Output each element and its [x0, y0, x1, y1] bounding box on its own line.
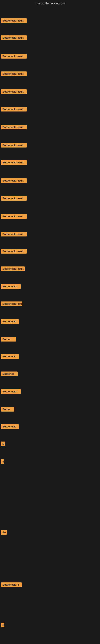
bottleneck-badge[interactable]: Bottleneck result [1, 107, 27, 112]
bottleneck-badge[interactable]: Bottlenec [1, 372, 18, 376]
result-row: Bottleneck result [1, 89, 27, 95]
bottleneck-badge[interactable]: Bottleneck result [1, 143, 27, 148]
result-row: Bottleneck [1, 424, 19, 430]
bottleneck-badge[interactable]: Bottleneck resu [1, 302, 22, 306]
bottleneck-badge[interactable]: Bottleneck result [1, 266, 25, 271]
result-row: Bottleneck result [1, 232, 27, 237]
bottleneck-badge[interactable]: Bottleneck [1, 319, 19, 324]
bottleneck-badge[interactable]: Bottleneck r [1, 389, 21, 394]
result-row: Bottleneck [1, 319, 19, 324]
result-row: Bottleneck r [1, 389, 21, 395]
result-row: Bottleneck result [1, 72, 27, 77]
result-row: Bottleneck r [1, 284, 21, 290]
result-row: Bottleneck re [1, 582, 22, 588]
result-row: Bo [1, 530, 7, 536]
result-row: Bottleneck result [1, 125, 27, 130]
result-row: Bottleneck result [1, 18, 27, 24]
result-row: Bottleneck result [1, 266, 25, 272]
bottleneck-badge[interactable]: Bottlen [1, 337, 16, 342]
bottleneck-badge[interactable]: Bottleneck result [1, 249, 27, 254]
bottleneck-badge[interactable]: Bottleneck result [1, 36, 27, 40]
bottleneck-badge[interactable]: B [1, 623, 4, 627]
site-title: TheBottlenecker.com [0, 0, 100, 7]
result-row: Bottlenec [1, 372, 18, 377]
bottleneck-badge[interactable]: Bottleneck r [1, 284, 21, 289]
bottleneck-badge[interactable]: Bottleneck re [1, 582, 22, 587]
result-row: Bottleneck result [1, 214, 27, 220]
bottleneck-badge[interactable]: B [1, 459, 4, 464]
bottleneck-badge[interactable]: Bottleneck result [1, 125, 27, 130]
result-row: Bottleneck result [1, 178, 27, 184]
bottleneck-badge[interactable]: Bottleneck result [1, 196, 27, 201]
bottleneck-badge[interactable]: Bo [1, 530, 7, 535]
result-row: Bottle [1, 407, 14, 412]
bottleneck-badge[interactable]: B [1, 442, 5, 446]
result-row: B [1, 442, 5, 447]
bottleneck-badge[interactable]: Bottle [1, 407, 14, 412]
result-row: Bottleneck [1, 354, 19, 360]
bottleneck-badge[interactable]: Bottleneck result [1, 160, 27, 165]
bottleneck-badge[interactable]: Bottleneck result [1, 54, 27, 58]
result-row: Bottleneck result [1, 107, 27, 112]
result-row: B [1, 623, 4, 628]
bottleneck-badge[interactable]: Bottleneck result [1, 89, 27, 94]
bottleneck-badge[interactable]: Bottleneck result [1, 18, 27, 23]
bottleneck-badge[interactable]: Bottleneck result [1, 232, 27, 236]
result-row: Bottlen [1, 337, 16, 342]
bottleneck-badge[interactable]: Bottleneck result [1, 178, 27, 183]
bottleneck-badge[interactable]: Bottleneck result [1, 214, 27, 219]
result-row: Bottleneck resu [1, 302, 22, 307]
bottleneck-badge[interactable]: Bottleneck [1, 424, 19, 429]
result-row: Bottleneck result [1, 196, 27, 202]
result-row: Bottleneck result [1, 36, 27, 41]
bottleneck-badge[interactable]: Bottleneck [1, 354, 19, 359]
bottleneck-badge[interactable]: Bottleneck result [1, 72, 27, 76]
result-row: Bottleneck result [1, 160, 27, 166]
result-row: Bottleneck result [1, 249, 27, 254]
result-row: Bottleneck result [1, 54, 27, 59]
result-row: B [1, 459, 4, 465]
result-row: Bottleneck result [1, 143, 27, 148]
